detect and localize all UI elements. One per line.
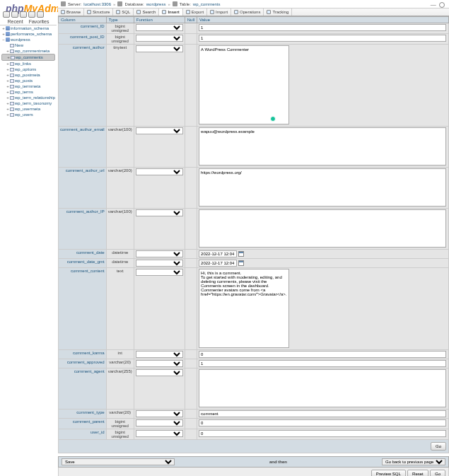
func-select-comment_author_IP[interactable] xyxy=(136,209,183,216)
value-comment_author[interactable]: A WordPress Commenter xyxy=(199,45,289,124)
func-select-comment_date[interactable] xyxy=(136,250,183,257)
row-comment_karma: comment_karmaint xyxy=(59,350,449,359)
tab-search[interactable]: Search xyxy=(134,8,159,16)
tab-insert[interactable]: Insert xyxy=(159,8,182,16)
tree-table-wp_users[interactable]: +wp_users xyxy=(1,112,55,117)
colname: comment_author_email xyxy=(59,127,107,168)
row-comment_author_url: comment_author_urlvarchar(200)https://wo… xyxy=(59,168,449,209)
tab-operations[interactable]: Operations xyxy=(231,8,264,16)
value-comment_approved[interactable] xyxy=(199,360,446,367)
value-comment_post_ID[interactable] xyxy=(199,35,446,42)
tab-tracking[interactable]: Tracking xyxy=(264,8,292,16)
preview-sql-button[interactable]: Preview SQL xyxy=(371,470,406,476)
func-select-comment_author[interactable] xyxy=(136,45,183,52)
func-select-comment_agent[interactable] xyxy=(136,369,183,376)
breadcrumb: Server: localhost:3306 » Database: wordp… xyxy=(58,0,449,8)
row-comment_author_IP: comment_author_IPvarchar(100) xyxy=(59,209,449,250)
tab-sql[interactable]: SQL xyxy=(113,8,134,16)
database-icon xyxy=(117,1,122,6)
tab-browse[interactable]: Browse xyxy=(58,8,84,16)
operations-icon xyxy=(234,10,238,14)
value-comment_ID[interactable] xyxy=(199,24,446,31)
value-comment_author_email[interactable]: wapuu@wordpress.example xyxy=(199,127,446,166)
value-comment_content[interactable]: Hi, this is a comment. To get started wi… xyxy=(199,269,289,348)
func-select-comment_karma[interactable] xyxy=(136,351,183,358)
tab-favorites[interactable]: Favorites xyxy=(27,18,52,25)
left-toolbar xyxy=(3,11,44,18)
bc-tbl-link[interactable]: wp_comments xyxy=(193,2,221,6)
value-comment_author_url[interactable]: https://wordpress.org/ xyxy=(199,168,446,207)
top-right: — xyxy=(431,1,445,8)
value-comment_author_IP[interactable] xyxy=(199,209,446,248)
coltype: bigint unsigned xyxy=(106,34,134,45)
table-icon xyxy=(173,1,177,6)
func-select-comment_parent[interactable] xyxy=(136,419,183,426)
row-user_id: user_idbigint unsigned xyxy=(59,429,449,440)
func-select-user_id[interactable] xyxy=(136,430,183,437)
reload-icon[interactable] xyxy=(37,11,44,18)
tree-table-wp_options[interactable]: +wp_options xyxy=(1,66,55,72)
go-button[interactable]: Go xyxy=(431,442,446,451)
structure-icon xyxy=(87,10,91,14)
bc-db-link[interactable]: wordpress xyxy=(146,2,166,6)
value-user_id[interactable] xyxy=(199,430,446,437)
tree-table-wp_comments[interactable]: +wp_comments xyxy=(1,54,55,61)
value-comment_agent[interactable] xyxy=(199,369,446,407)
nav-tree: +information_schema+performance_schema−w… xyxy=(1,25,55,117)
tree-table-wp_usermeta[interactable]: +wp_usermeta xyxy=(1,106,55,112)
func-select-comment_content[interactable] xyxy=(136,269,183,276)
row-comment_approved: comment_approvedvarchar(20) xyxy=(59,359,449,368)
save-mode-select[interactable]: Save xyxy=(62,458,175,465)
colname: comment_agent xyxy=(59,368,107,410)
tree-table-wp_terms[interactable]: +wp_terms xyxy=(1,89,55,95)
reset-button[interactable]: Reset xyxy=(407,470,428,476)
calendar-icon[interactable] xyxy=(238,251,244,257)
null-cell xyxy=(185,368,197,410)
tree-table-wp_term_taxonomy[interactable]: +wp_term_taxonomy xyxy=(1,100,55,106)
func-select-comment_author_url[interactable] xyxy=(136,168,183,175)
func-select-comment_type[interactable] xyxy=(136,410,183,417)
tab-recent[interactable]: Recent xyxy=(6,18,25,25)
docs-icon[interactable] xyxy=(20,11,27,18)
tab-import[interactable]: Import xyxy=(207,8,231,16)
go-button-footer[interactable]: Go xyxy=(430,470,445,476)
value-comment_date[interactable] xyxy=(199,250,237,257)
func-select-comment_date_gmt[interactable] xyxy=(136,260,183,267)
func-select-comment_ID[interactable] xyxy=(136,24,183,31)
tree-table-wp_postmeta[interactable]: +wp_postmeta xyxy=(1,72,55,78)
th-null: Null xyxy=(185,17,197,23)
func-select-comment_approved[interactable] xyxy=(136,360,183,367)
bc-server-link[interactable]: localhost:3306 xyxy=(83,2,111,6)
tree-db-performance_schema[interactable]: +performance_schema xyxy=(1,31,55,37)
value-comment_date_gmt[interactable] xyxy=(199,260,237,267)
row-comment_parent: comment_parentbigint unsigned xyxy=(59,419,449,429)
after-action-select[interactable]: Go back to previous page xyxy=(382,458,445,465)
null-cell xyxy=(185,259,197,268)
tree-table-wp_links[interactable]: +wp_links xyxy=(1,61,55,66)
home-icon[interactable] xyxy=(3,11,10,18)
tree-table-wp_term_relationships[interactable]: +wp_term_relationships xyxy=(1,95,55,100)
func-select-comment_author_email[interactable] xyxy=(136,127,183,134)
page-settings-icon[interactable] xyxy=(439,2,445,8)
value-comment_karma[interactable] xyxy=(199,351,446,358)
coltype: varchar(20) xyxy=(106,359,134,368)
value-comment_parent[interactable] xyxy=(199,419,446,426)
tree-db-wordpress[interactable]: −wordpress xyxy=(1,37,55,42)
coltype: bigint unsigned xyxy=(106,419,134,429)
colname: comment_date xyxy=(59,250,107,259)
tree-table-wp_posts[interactable]: +wp_posts xyxy=(1,78,55,83)
tree-new[interactable]: New xyxy=(1,42,55,48)
func-select-comment_post_ID[interactable] xyxy=(136,35,183,42)
tab-structure[interactable]: Structure xyxy=(84,8,113,16)
console-toggle[interactable]: — xyxy=(431,1,436,8)
calendar-icon[interactable] xyxy=(238,260,244,266)
value-comment_type[interactable] xyxy=(199,410,446,417)
tree-db-information_schema[interactable]: +information_schema xyxy=(1,25,55,31)
grammarly-icon[interactable] xyxy=(270,116,276,122)
tracking-icon xyxy=(267,10,271,14)
tab-export[interactable]: Export xyxy=(183,8,207,16)
nav-settings-icon[interactable] xyxy=(28,11,35,18)
logout-icon[interactable] xyxy=(11,11,18,18)
tree-table-wp_termmeta[interactable]: +wp_termmeta xyxy=(1,83,55,89)
tree-table-wp_commentmeta[interactable]: +wp_commentmeta xyxy=(1,48,55,54)
